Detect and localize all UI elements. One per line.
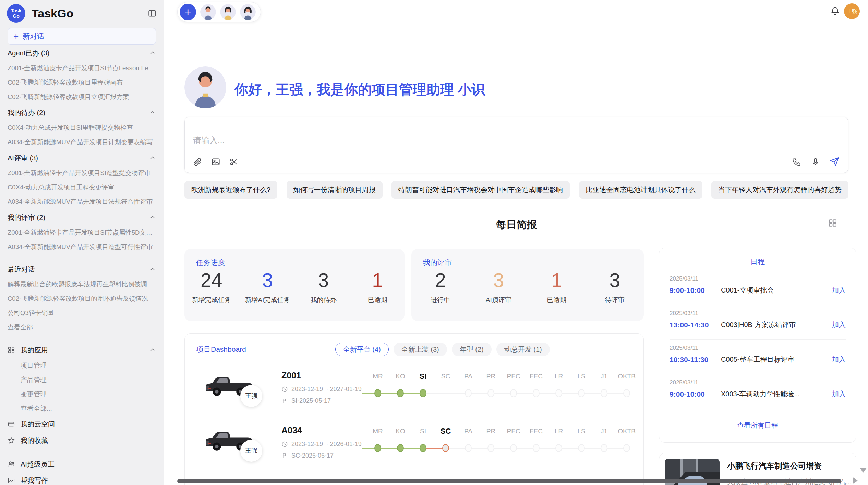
user-avatar[interactable]: 王强 [844,3,860,19]
project-row[interactable]: 王强 Z001 2023-12-19 ~ 2027-01-19 SI-2025-… [185,368,643,423]
taskgo-logo: Task Go [7,4,25,23]
chevron-up-icon [149,266,156,273]
sidebar-item-project-mgmt[interactable]: 项目管理 [8,358,156,373]
list-item[interactable]: C02-飞腾新能源轻客改款项目的闭环通告反馈情况 [8,291,156,306]
chevron-up-icon [149,109,156,116]
scroll-right-arrow[interactable] [853,477,858,484]
project-row[interactable]: 王强 A034 2023-12-19 ~ 2026-01-19 SC-2025-… [185,423,643,477]
schedule-time: 13:00-14:30 [670,321,721,329]
sidebar-item-favorites[interactable]: 我的收藏 [8,432,156,449]
list-item[interactable]: 解释最新出台的欧盟报废车法规再生塑料比例被调至15%... [8,277,156,291]
task-progress-card: 任务进度 24 新增完成任务 3 新增AI完成任务 3 我的待办 1 已逾期 [184,249,405,321]
flag-icon [281,452,288,459]
sidebar-item-help-write[interactable]: 帮我写作 [8,472,156,485]
milestone-pa: PA [457,370,480,408]
milestone-ko: KO [389,370,412,408]
sidebar-item-ai-employees[interactable]: AI超级员工 [8,456,156,472]
scissors-icon[interactable] [229,157,239,166]
milestone-ls: LS [570,370,593,408]
section-ai-review[interactable]: AI评审 (3) [8,150,156,166]
list-item[interactable]: C02-飞腾新能源轻客改款项目里程碑画布 [8,75,156,90]
project-owner-badge: 王强 [240,385,262,407]
sidebar-item-my-apps[interactable]: 我的应用 [8,342,156,358]
join-link[interactable]: 加入 [832,286,846,295]
join-link[interactable]: 加入 [832,355,846,364]
join-link[interactable]: 加入 [832,389,846,399]
section-my-todo[interactable]: 我的待办 (2) [8,105,156,121]
horizontal-scrollbar[interactable] [177,479,841,483]
sidebar-item-product-mgmt[interactable]: 产品管理 [8,373,156,387]
suggestion-chips: 欧洲新规最近颁布了什么? 如何写一份清晰的项目周报 特朗普可能对进口汽车增税会对… [184,181,848,199]
section-my-review[interactable]: 我的评审 (2) [8,210,156,225]
agent-avatar[interactable] [240,4,256,20]
stat-overdue: 1 已逾期 [357,269,398,304]
milestone-ko: KO [389,425,412,462]
sidebar-item-change-mgmt[interactable]: 变更管理 [8,387,156,401]
list-item[interactable]: A034-全新新能源MUV产品开发项目计划变更表编写 [8,135,156,149]
divider [8,338,156,338]
mic-icon[interactable] [811,157,820,166]
list-item[interactable]: C02-飞腾新能源轻客改款项目立项汇报方案 [8,90,156,104]
filter-tab[interactable]: 动总开发 (1) [496,343,550,356]
chevron-up-icon [149,50,156,57]
send-icon[interactable] [830,157,839,166]
sidebar: Task Go TaskGo + 新对话 Agent已办 (3) Z001-全新… [0,0,164,485]
chat-input[interactable] [193,136,742,145]
list-item[interactable]: Z001-全新燃油皮卡产品开发项目SI节点Lesson Learn报告 [8,61,156,75]
milestone-j1: J1 [593,425,615,462]
suggestion-chip[interactable]: 如何写一份清晰的项目周报 [287,181,383,199]
chevron-up-icon [149,214,156,221]
sidebar-collapse-icon[interactable] [148,9,157,18]
sidebar-item-cloud-space[interactable]: 我的云空间 [8,416,156,432]
schedule-time: 9:00-10:00 [670,286,721,295]
schedule-date: 2025/03/11 [670,379,846,386]
stat-pending-review: 3 待评审 [594,269,635,304]
filter-tab[interactable]: 年型 (2) [452,343,492,356]
list-item[interactable]: A034-全新新能源MUV产品开发项目法规符合性评审 [8,195,156,209]
project-milestone-flag: SC-2025-05-17 [281,452,334,459]
milestone-fec: FEC [525,425,547,462]
agent-avatar[interactable] [220,4,236,20]
schedule-date: 2025/03/11 [670,310,846,317]
suggestion-chip[interactable]: 比亚迪全固态电池计划具体说了什么 [579,181,702,199]
notifications-bell-icon[interactable] [830,6,840,16]
section-agent-done[interactable]: Agent已办 (3) [8,45,156,61]
sidebar-item-label: AI超级员工 [21,460,156,469]
milestone-lr: LR [547,425,570,462]
view-all-schedule-link[interactable]: 查看所有日程 [659,409,856,442]
list-item[interactable]: Z001-全新燃油轻卡产品开发项目SI造型提交物评审 [8,166,156,180]
divider [8,452,156,452]
new-chat-button[interactable]: + 新对话 [8,28,156,45]
milestone-mr: MR [366,425,389,462]
list-item[interactable]: C0X4-动力总成开发项目SI里程碑提交物检查 [8,121,156,135]
phone-icon[interactable] [792,157,801,166]
suggestion-chip[interactable]: 欧洲新规最近颁布了什么? [184,181,277,199]
schedule-event-title: C005-整车工程目标评审 [721,355,832,364]
suggestion-chip[interactable]: 特朗普可能对进口汽车增税会对中国车企造成哪些影响 [391,181,570,199]
milestone-pr: PR [480,425,502,462]
add-agent-button[interactable]: + [180,4,196,20]
join-link[interactable]: 加入 [832,320,846,329]
project-code: A034 [281,425,302,435]
apps-view-all[interactable]: 查看全部... [8,401,156,416]
filter-tab[interactable]: 全新平台 (4) [335,343,389,356]
scroll-down-arrow[interactable] [860,468,867,473]
image-icon[interactable] [211,157,220,166]
agent-avatar[interactable] [200,4,216,20]
list-item[interactable]: Z001-全新燃油轻卡产品开发项目SI节点属性5D文件评审 [8,225,156,240]
attachment-icon[interactable] [193,157,202,166]
new-chat-label: 新对话 [23,32,44,41]
list-item[interactable]: A034-全新新能源MUV产品开发项目造型可行性评审 [8,240,156,254]
schedule-event-title: C003|H0B-方案冻结评审 [721,320,832,329]
list-item[interactable]: C0X4-动力总成开发项目工程变更评审 [8,180,156,195]
list-item[interactable]: 公司Q3轻卡销量 [8,306,156,320]
recent-view-all[interactable]: 查看全部... [8,320,156,335]
suggestion-chip[interactable]: 当下年轻人对汽车外观有怎样的喜好趋势 [711,181,848,199]
flag-icon [281,398,288,404]
filter-tab[interactable]: 全新上装 (3) [394,343,447,356]
schedule-date: 2025/03/11 [670,345,846,351]
assistant-avatar [184,66,226,108]
layout-grid-icon[interactable] [828,219,837,227]
section-recent-chats[interactable]: 最近对话 [8,261,156,277]
news-title: 小鹏飞行汽车制造公司增资 [727,461,852,471]
